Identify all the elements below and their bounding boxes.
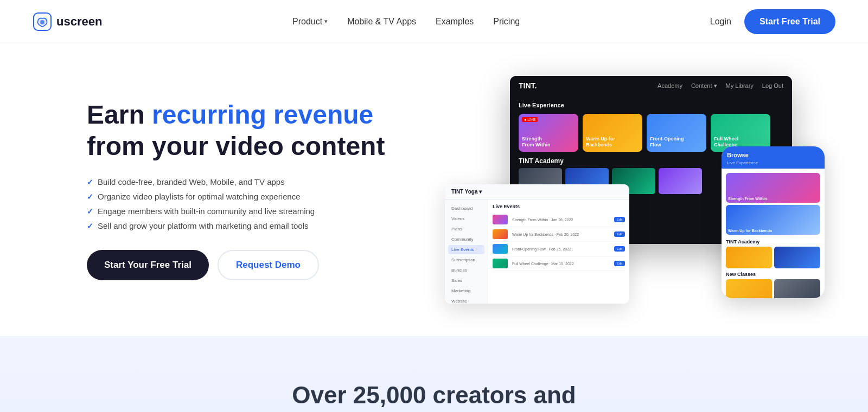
sidebar-videos: Videos [448, 214, 484, 223]
mobile-new-classes: New Classes [726, 272, 820, 277]
mobile-body: Strength From Within Warm Up for Backben… [722, 169, 825, 298]
hero-buttons: Start Your Free Trial Request Demo [87, 250, 401, 280]
mobile-new-card-1 [726, 279, 772, 298]
trust-section: Over 25,000 creators and entrepreneurs t… [0, 336, 868, 412]
chevron-down-icon: ▾ [324, 18, 328, 25]
logo-text: uscreen [56, 15, 102, 29]
hero-title: Earn recurring revenue from your video c… [87, 99, 401, 162]
mobile-tint-academy: TINT Academy [726, 239, 820, 244]
sidebar-subscription: Subscription [448, 255, 484, 265]
mobile-screenshot: Browse Live Experience Strength From Wit… [722, 146, 825, 298]
sidebar-bundles: Bundles [448, 266, 484, 275]
mobile-live-exp: Live Experience [727, 160, 819, 165]
admin-thumb-4 [493, 259, 508, 268]
nav-product[interactable]: Product ▾ [292, 17, 328, 27]
admin-screenshot: TINT Yoga ▾ Dashboard Videos Plans Commu… [445, 184, 629, 304]
sidebar-dashboard: Dashboard [448, 204, 484, 213]
hero-section: Earn recurring revenue from your video c… [0, 43, 868, 336]
live-card-3: Front-OpeningFlow [647, 114, 706, 152]
nav-mobile-tv[interactable]: Mobile & TV Apps [347, 17, 416, 27]
feature-item: ✓ Sell and grow your platform with marke… [87, 221, 401, 230]
feature-item: ✓ Organize video playlists for optimal w… [87, 192, 401, 201]
start-free-trial-button[interactable]: Start Free Trial [744, 9, 835, 34]
mobile-new-row [726, 279, 820, 298]
admin-sidebar: Dashboard Videos Plans Community Live Ev… [445, 199, 488, 304]
live-experience-label: Live Experience [519, 102, 783, 108]
tint-logo: TINT. [519, 81, 537, 90]
checkmark-icon: ✓ [87, 178, 93, 186]
nav-examples[interactable]: Examples [436, 17, 474, 27]
sidebar-website: Website [448, 297, 484, 304]
mobile-small-1 [726, 247, 772, 268]
feature-item: ✓ Engage members with built-in community… [87, 207, 401, 216]
live-card-2: Warm Up forBackbends [583, 114, 642, 152]
admin-row-4: Full Wheel Challenge · Mar 15, 2022 Edit [493, 256, 625, 271]
nav-pricing[interactable]: Pricing [493, 17, 520, 27]
admin-content-title: Live Events [493, 204, 625, 209]
mobile-card-1: Strength From Within [726, 173, 820, 203]
sidebar-community: Community [448, 235, 484, 244]
checkmark-icon: ✓ [87, 207, 93, 216]
admin-thumb-3 [493, 244, 508, 254]
mobile-card-2: Warm Up for Backbends [726, 205, 820, 235]
mobile-academy-row [726, 247, 820, 268]
admin-row-3: Front-Opening Flow · Feb 25, 2022 Edit [493, 242, 625, 256]
feature-item: ✓ Build code-free, branded Web, Mobile, … [87, 177, 401, 186]
nav-right: Login Start Free Trial [710, 9, 835, 34]
mobile-new-card-2 [774, 279, 820, 298]
tint-nav: Academy Content ▾ My Library Log Out [658, 82, 783, 89]
trust-title: Over 25,000 creators and entrepreneurs t… [33, 379, 835, 412]
admin-thumb-1 [493, 215, 508, 224]
mobile-small-2 [774, 247, 820, 268]
admin-row-2: Warm Up for Backbends · Feb 20, 2022 Edi… [493, 227, 625, 242]
svg-point-1 [40, 20, 44, 24]
hero-content: Earn recurring revenue from your video c… [87, 99, 401, 280]
logo[interactable]: uscreen [33, 12, 102, 31]
sidebar-live-events: Live Events [448, 245, 484, 254]
checkmark-icon: ✓ [87, 222, 93, 230]
hero-screenshots: TINT. Academy Content ▾ My Library Log O… [445, 76, 825, 304]
sidebar-plans: Plans [448, 224, 484, 234]
hero-features-list: ✓ Build code-free, branded Web, Mobile, … [87, 177, 401, 230]
checkmark-icon: ✓ [87, 192, 93, 201]
admin-row-1: Strength From Within · Jan 26, 2022 Edit [493, 213, 625, 227]
admin-logo: TINT Yoga ▾ [451, 189, 482, 195]
academy-card-4 [659, 168, 702, 194]
navigation: uscreen Product ▾ Mobile & TV Apps Examp… [0, 0, 868, 43]
hero-start-trial-button[interactable]: Start Your Free Trial [87, 250, 209, 280]
admin-thumb-2 [493, 229, 508, 239]
admin-content: Live Events Strength From Within · Jan 2… [488, 199, 629, 304]
sidebar-sales: Sales [448, 276, 484, 285]
login-link[interactable]: Login [710, 17, 731, 27]
sidebar-marketing: Marketing [448, 286, 484, 295]
nav-links: Product ▾ Mobile & TV Apps Examples Pric… [292, 17, 520, 27]
mobile-browse-label: Browse [727, 152, 819, 158]
hero-request-demo-button[interactable]: Request Demo [218, 250, 319, 280]
live-card-1: ● LIVE StrengthFrom Within [519, 114, 578, 152]
